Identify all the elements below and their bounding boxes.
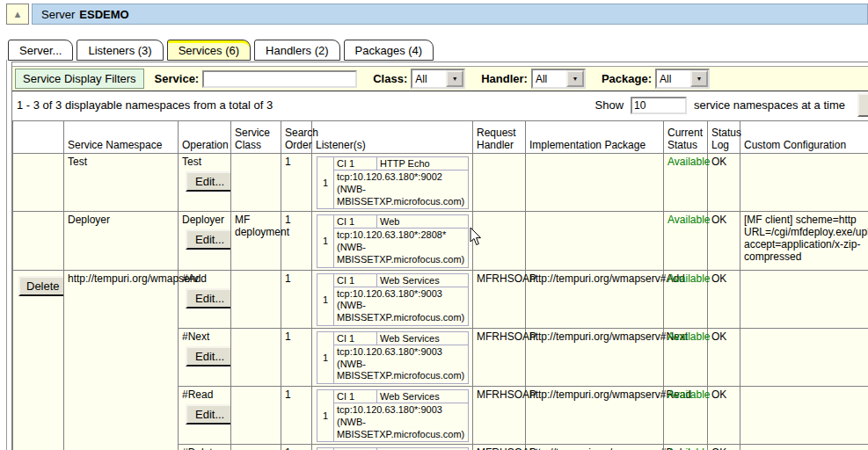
edit-button[interactable]: Edit... <box>186 288 234 308</box>
listener-ci: CI 1 <box>334 273 377 287</box>
operation-name: Deployer <box>182 214 227 226</box>
cell-status: Available <box>664 387 708 445</box>
server-name: ESDEMO <box>79 8 128 21</box>
cell-implementation <box>526 212 664 270</box>
package-filter-value: All <box>657 73 690 85</box>
chevron-down-icon[interactable]: ▼ <box>566 70 584 87</box>
listener-number: 1 <box>317 273 334 325</box>
chevron-down-icon[interactable]: ▼ <box>446 70 463 87</box>
col-listeners: Listener(s) <box>312 121 473 154</box>
col-current-status: Current Status <box>664 121 708 154</box>
class-filter-select[interactable]: All ▼ <box>411 69 465 89</box>
listener-number: 1 <box>317 157 334 209</box>
filter-bar-title: Service Display Filters <box>15 69 144 89</box>
listener-box: 1 CI 1 Web tcp:10.120.63.180*:2808* (NWB… <box>317 214 469 267</box>
operation-name: Test <box>182 156 227 168</box>
cell-operation: #Delete Edit... <box>179 445 231 450</box>
page-left-border <box>6 60 7 450</box>
col-status-log: Status Log <box>708 121 740 154</box>
cell-custom-config: [MF client] scheme=http URL=/cgi/mfdeplo… <box>740 212 868 270</box>
show-count-cluster: Show service namespaces at a time <box>595 93 868 117</box>
cell-implementation: http://tempuri.org/wmapserv#Add <box>526 270 664 328</box>
cell-listeners: 1 CI 1 Web Services tcp:10.120.63.180*:9… <box>312 445 473 450</box>
listener-number: 1 <box>317 215 334 267</box>
cell-request-handler <box>473 154 526 212</box>
listener-box: 1 CI 1 Web Services tcp:10.120.63.180*:9… <box>317 389 469 442</box>
cell-operation: Deployer Edit... <box>179 212 231 270</box>
pagination-row: 1 - 3 of 3 displayable namespaces from a… <box>12 91 868 119</box>
table-row: Deployer Deployer Edit... MF deployment … <box>13 212 868 270</box>
listener-address: tcp:10.120.63.180*:9003 (NWB-MBISSETXP.m… <box>334 287 469 325</box>
cell-status-log: OK <box>708 445 740 450</box>
cell-namespace: http://tempuri.org/wmapserv <box>64 270 179 450</box>
class-filter-label: Class: <box>373 72 407 85</box>
show-label: Show <box>595 98 624 112</box>
cell-listeners: 1 CI 1 HTTP Echo tcp:10.120.63.180*:9002… <box>312 154 473 212</box>
listener-ci: CI 1 <box>334 390 377 403</box>
listener-tcp: tcp:10.120.63.180*:9003 <box>337 404 465 417</box>
listener-host: (NWB-MBISSETXP.microfocus.com) <box>337 359 465 383</box>
cell-actions <box>13 154 64 212</box>
listener-tcp: tcp:10.120.63.180*:9002 <box>337 171 465 184</box>
show-suffix-label: service namespaces at a time <box>694 98 845 112</box>
cell-implementation: http://tempuri.org/wmapserv#Read <box>526 387 664 445</box>
listener-name: Web Services <box>377 331 469 345</box>
cell-implementation: http://tempuri.org/wmapserv#Delete <box>526 445 664 450</box>
service-filter-input[interactable] <box>202 70 357 88</box>
listener-box: 1 CI 1 Web Services tcp:10.120.63.180*:9… <box>317 273 469 326</box>
cell-custom-config <box>740 387 868 445</box>
cell-namespace: Test <box>64 154 179 212</box>
cell-operation: #Add Edit... <box>179 270 231 328</box>
table-row: Test Test Edit... 1 1 CI 1 HTTP Echo <box>13 154 868 212</box>
server-title-bar: Server ESDEMO <box>32 4 868 25</box>
edit-button[interactable]: Edit... <box>186 229 234 250</box>
cell-search-order: 1 <box>281 154 312 212</box>
server-header: ▲ Server ESDEMO <box>6 4 868 25</box>
listener-tcp: tcp:10.120.63.180*:2808* <box>337 229 465 242</box>
handler-filter-label: Handler: <box>481 72 528 85</box>
package-filter-select[interactable]: All ▼ <box>655 69 710 89</box>
cell-namespace: Deployer <box>64 212 179 270</box>
listener-ci: CI 1 <box>334 331 377 345</box>
tab-services[interactable]: Services (6) <box>167 40 251 61</box>
cell-request-handler: MFRHSOAP <box>473 387 526 445</box>
operation-name: #Add <box>182 272 227 285</box>
tab-listeners[interactable]: Listeners (3) <box>77 40 163 61</box>
cell-status-log: OK <box>708 270 740 328</box>
package-filter-label: Package: <box>602 72 652 85</box>
edit-button[interactable]: Edit... <box>186 346 234 367</box>
edit-button[interactable]: Edit... <box>186 404 234 425</box>
edit-button[interactable]: Edit... <box>186 171 234 192</box>
col-service-namespace: Service Namespace <box>64 121 179 154</box>
cell-operation: Test Edit... <box>179 154 231 212</box>
chevron-down-icon[interactable]: ▼ <box>690 70 708 87</box>
cell-custom-config <box>740 154 868 212</box>
handler-filter-select[interactable]: All ▼ <box>531 69 586 89</box>
cell-custom-config <box>740 270 868 328</box>
cell-request-handler: MFRHSOAP <box>473 328 526 386</box>
cell-actions <box>13 212 64 270</box>
cell-search-order: 1 <box>281 270 312 328</box>
refresh-button-partial[interactable] <box>857 93 868 117</box>
collapse-button[interactable]: ▲ <box>6 4 29 25</box>
cell-status: Available <box>664 270 708 328</box>
cell-status-log: OK <box>708 212 740 270</box>
tab-handlers[interactable]: Handlers (2) <box>254 40 340 61</box>
cell-status: Available <box>664 212 708 270</box>
col-implementation-package: Implementation Package <box>526 121 664 154</box>
operation-name: #Delete <box>182 446 227 450</box>
delete-button[interactable]: Delete <box>18 276 68 296</box>
listener-box: 1 CI 1 HTTP Echo tcp:10.120.63.180*:9002… <box>317 156 469 209</box>
tab-server[interactable]: Server... <box>8 40 73 61</box>
cell-actions: Delete <box>13 270 64 450</box>
cell-listeners: 1 CI 1 Web Services tcp:10.120.63.180*:9… <box>312 387 473 445</box>
cell-service-class: MF deployment <box>231 212 281 270</box>
cell-search-order: 1 <box>281 328 312 386</box>
listener-name: Web <box>377 215 469 229</box>
cell-service-class <box>231 328 281 386</box>
tab-packages[interactable]: Packages (4) <box>344 40 434 61</box>
show-count-input[interactable] <box>631 97 687 114</box>
cell-search-order: 1 <box>281 212 312 270</box>
cell-status: Available <box>664 328 708 386</box>
col-service-class: Service Class <box>231 121 281 154</box>
